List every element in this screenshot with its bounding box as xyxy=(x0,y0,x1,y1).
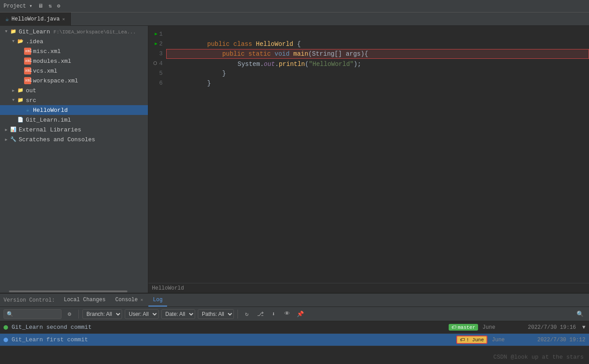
out-folder-icon: 📁 xyxy=(17,87,24,94)
top-bar: Project ▾ 🖥 ⇅ ⚙ xyxy=(0,0,589,12)
punc-brace-2: { xyxy=(364,50,368,57)
kw-class: class xyxy=(233,41,256,48)
branch-filter[interactable]: Branch: All xyxy=(82,309,122,319)
log-dot-0 xyxy=(4,325,8,330)
cls-string: String xyxy=(312,50,334,57)
date-filter[interactable]: Date: All xyxy=(161,309,195,319)
idea-arrow: ▼ xyxy=(11,39,16,44)
src-arrow: ▼ xyxy=(11,98,16,102)
log-entry-0[interactable]: Git_Learn second commit 🏷 master June 20… xyxy=(0,321,589,334)
scratches-label: Scratches and Consoles xyxy=(19,136,95,143)
linenum-5: 5 xyxy=(159,69,163,78)
indent-4 xyxy=(207,70,222,77)
run-arrow-1[interactable]: ▶ xyxy=(155,29,157,39)
tree-workspace-xml[interactable]: xml workspace.xml xyxy=(0,76,148,86)
toolbar-icon-2[interactable]: ⇅ xyxy=(49,3,52,9)
sidebar-scroll-thumb xyxy=(9,290,127,292)
punc-semi: ; xyxy=(357,61,361,68)
cls-system: System xyxy=(237,61,260,68)
project-dropdown[interactable]: Project ▾ xyxy=(4,3,33,9)
line-num-6: 6 xyxy=(148,78,166,88)
breadcrumb: HelloWorld xyxy=(152,285,184,291)
helloworld-icon: ☕ xyxy=(24,106,31,114)
user-filter[interactable]: User: All xyxy=(125,309,159,319)
log-content: Git_Learn second commit 🏷 master June 20… xyxy=(0,321,589,364)
str-helloworld: "HelloWorld" xyxy=(309,61,354,68)
tree-modules-xml[interactable]: xml modules.xml xyxy=(0,56,148,66)
workspace-xml-label: workspace.xml xyxy=(33,78,78,84)
toolbar-sep-1 xyxy=(78,310,79,319)
tree-scratches[interactable]: ▶ 🔧 Scratches and Consoles xyxy=(0,135,148,144)
version-control-label: Version Control: xyxy=(4,297,55,303)
log-search-input[interactable] xyxy=(4,309,61,319)
tab-java-icon: ☕ xyxy=(5,16,9,23)
misc-xml-icon: xml xyxy=(24,48,31,55)
editor-tab-helloworld[interactable]: ☕ HelloWorld.java ✕ xyxy=(0,12,71,26)
console-close-icon[interactable]: ✕ xyxy=(140,297,143,303)
linenum-6: 6 xyxy=(159,78,163,88)
log-expand-0[interactable]: ▼ xyxy=(582,324,585,331)
settings-btn[interactable]: ⚙ xyxy=(64,309,75,319)
modules-xml-icon: xml xyxy=(24,57,31,65)
workspace-xml-icon: xml xyxy=(24,77,31,84)
linenum-3: 3 xyxy=(159,49,163,59)
log-date-0: 2022/7/30 19:16 xyxy=(514,324,576,331)
editor-content: ▶ 1 ▶ 2 3 ⬡ 4 5 6 xyxy=(148,26,589,283)
log-author-1: June xyxy=(492,337,519,343)
code-area[interactable]: public class HelloWorld { public static … xyxy=(166,26,589,283)
branch-btn[interactable]: ⎇ xyxy=(255,309,266,319)
paths-filter[interactable]: Paths: All xyxy=(198,309,234,319)
tree-git-learn-iml[interactable]: 📄 Git_Learn.iml xyxy=(0,115,148,125)
punc-arr: [] xyxy=(335,50,342,57)
refresh-btn[interactable]: ↻ xyxy=(241,309,252,319)
punc-dot2: . xyxy=(275,61,278,68)
linenum-1: 1 xyxy=(159,29,163,39)
tab-local-changes[interactable]: Local Changes xyxy=(59,294,110,307)
vcs-xml-icon: xml xyxy=(24,67,31,74)
tree-misc-xml[interactable]: xml misc.xml xyxy=(0,46,148,56)
punc-paren2: ) xyxy=(361,50,364,57)
editor-tab-bar: ☕ HelloWorld.java ✕ xyxy=(0,12,589,26)
indent-2 xyxy=(207,50,222,57)
git-learn-iml-label: Git_Learn.iml xyxy=(26,117,71,123)
tree-external-libs[interactable]: ▶ 📊 External Libraries xyxy=(0,125,148,135)
code-line-5: } xyxy=(166,69,589,78)
toolbar-icon-1[interactable]: 🖥 xyxy=(38,3,43,9)
toolbar-icon-3[interactable]: ⚙ xyxy=(57,3,60,9)
punc-rparen: ) xyxy=(354,61,357,68)
run-arrow-2[interactable]: ▶ xyxy=(155,39,157,49)
tree-out-folder[interactable]: ▶ 📁 out xyxy=(0,86,148,95)
arrow-down-btn[interactable]: ⬇ xyxy=(268,309,279,319)
eye-btn[interactable]: 👁 xyxy=(282,309,292,319)
line-num-1: ▶ 1 xyxy=(148,29,166,39)
log-right-0: 🏷 master June 2022/7/30 19:16 ▼ xyxy=(449,324,585,331)
indent-3 xyxy=(208,61,237,68)
ext-libs-label: External Libraries xyxy=(19,127,81,133)
tree-root[interactable]: ▼ 📁 Git_Learn F:\IDEA_Workspace\Git_Lea.… xyxy=(0,27,148,37)
kw-public-1: public xyxy=(207,41,233,48)
log-entry-1[interactable]: Git_Learn first commit 🏷 ! June June 202… xyxy=(0,334,589,346)
vcs-xml-label: vcs.xml xyxy=(33,68,57,74)
cls-helloworld: HelloWorld xyxy=(256,41,297,48)
field-out: out xyxy=(264,61,275,68)
punc-brace-close-2: } xyxy=(222,70,226,77)
search-right-btn[interactable]: 🔍 xyxy=(575,309,585,319)
out-arrow: ▶ xyxy=(11,88,16,93)
tab-label: HelloWorld.java xyxy=(12,16,60,22)
root-label: Git_Learn F:\IDEA_Workspace\Git_Lea... xyxy=(19,29,136,35)
args: args xyxy=(342,50,361,57)
project-tree[interactable]: ▼ 📁 Git_Learn F:\IDEA_Workspace\Git_Lea.… xyxy=(0,26,148,290)
tab-console[interactable]: Console ✕ xyxy=(111,294,147,307)
tree-helloworld[interactable]: ☕ HelloWorld xyxy=(0,105,148,115)
punc-dot1: . xyxy=(260,61,264,68)
tab-close-icon[interactable]: ✕ xyxy=(62,16,65,22)
tree-idea-folder[interactable]: ▼ 📂 .idea xyxy=(0,37,148,46)
kw-static: static xyxy=(248,50,274,57)
editor-area: ▶ 1 ▶ 2 3 ⬡ 4 5 6 xyxy=(148,26,589,293)
root-folder-icon: 📁 xyxy=(10,28,17,35)
tree-vcs-xml[interactable]: xml vcs.xml xyxy=(0,66,148,76)
tab-log[interactable]: Log xyxy=(148,294,167,307)
tree-src-folder[interactable]: ▼ 📁 src xyxy=(0,95,148,105)
pin-btn[interactable]: 📌 xyxy=(295,309,306,319)
line-numbers: ▶ 1 ▶ 2 3 ⬡ 4 5 6 xyxy=(148,26,166,283)
